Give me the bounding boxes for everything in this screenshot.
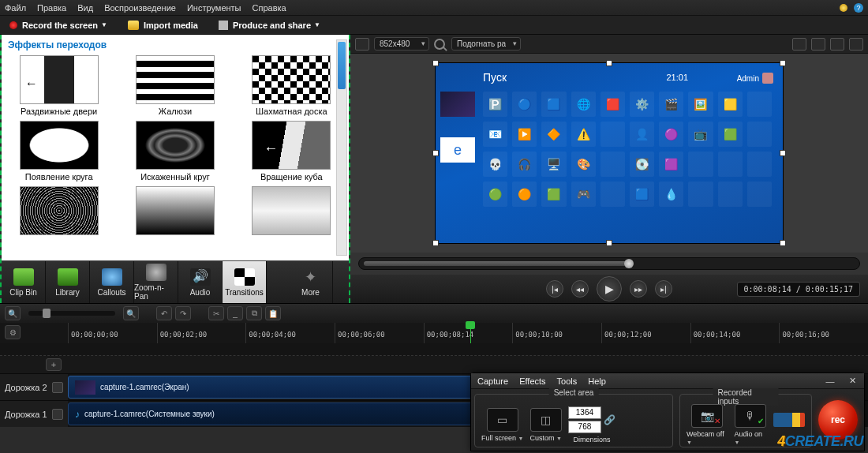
audio-clip[interactable]: ♪capture-1.camrec(Системные звуки) [68,402,510,425]
menu-edit[interactable]: Правка [37,3,66,13]
callouts-icon [102,268,122,286]
width-input[interactable] [568,406,601,419]
record-screen-button[interactable]: Record the screen▼ [5,19,112,32]
play-button[interactable]: ▶ [597,276,622,301]
preview-canvas[interactable]: e Пуск 21:01 Admin 🅿️🔵🟦🌐🟥⚙️🎬🖼️🟨📧▶️🔶⚠️👤🟣📺… [436,63,783,243]
ruler-tick: 00;00;14;00 [690,323,780,343]
start-tile: 🟩 [718,122,743,147]
start-tile: 🟨 [718,92,743,117]
start-tile: 🟦 [630,182,654,207]
menu-help[interactable]: Справка [253,3,286,13]
rewind-button[interactable]: ◂◂ [571,280,589,298]
height-input[interactable] [568,421,601,433]
recorded-inputs-label: Recorded inputs [713,388,779,406]
tab-audio[interactable]: Audio [178,261,223,303]
tip-icon[interactable] [840,4,847,12]
menu-playback[interactable]: Воспроизведение [104,3,176,13]
audio-toggle[interactable]: 🎙✔Audio on ▼ [735,404,767,446]
shrink-button[interactable] [355,38,369,51]
lock-icon[interactable] [52,409,63,420]
webcam-toggle[interactable]: 📷✕Webcam off ▼ [687,404,728,446]
video-clip[interactable]: capture-1.camrec(Экран) [68,376,510,399]
copy-button[interactable]: ⧉ [246,306,262,320]
start-tile: 🌐 [571,92,596,117]
transition-checkerboard[interactable]: Шахматная доска [241,55,342,116]
preview-seekbar[interactable] [358,257,860,270]
recorder-menu-capture[interactable]: Capture [477,376,508,386]
recorder-close-button[interactable]: ✕ [847,376,858,386]
forward-button[interactable]: ▸▸ [630,280,647,298]
split-button[interactable]: ⎯ [227,306,243,320]
crop-button[interactable] [792,38,806,51]
start-tile: ⚠️ [571,122,596,147]
transition-fade[interactable] [124,186,226,238]
lock-aspect-icon[interactable]: 🔗 [604,414,615,425]
transition-cube-rotate[interactable]: ←Вращение куба [241,121,342,182]
recorder-menu-effects[interactable]: Effects [519,376,545,386]
fullscreen-option[interactable]: ▭Full screen ▼ [481,408,523,442]
help-icon[interactable]: ? [854,3,863,13]
start-tile: 🔶 [541,122,566,147]
menu-tools[interactable]: Инструменты [187,3,241,13]
transition-circle-stretch[interactable]: Искаженный круг [124,121,226,182]
add-track-button[interactable]: + [46,358,62,371]
start-clock: 21:01 [666,73,688,82]
undo-button[interactable]: ↶ [156,306,172,320]
paste-button[interactable]: 📋 [265,306,281,320]
tab-zoom-pan[interactable]: Zoom-n-Pan [134,261,178,303]
transitions-scrollbar[interactable] [336,39,347,256]
zoom-slider[interactable] [28,311,115,316]
produce-share-button[interactable]: Produce and share▼ [214,19,325,32]
folder-icon [128,21,139,30]
import-media-button[interactable]: Import media [123,19,203,32]
tab-library[interactable]: Library [46,261,90,303]
menu-file[interactable]: Файл [5,3,26,13]
detach-button[interactable] [830,38,844,51]
custom-area-icon: ◫ [530,408,562,432]
left-pane: Эффекты переходов ←→Раздвижные двери Жал… [0,35,350,303]
ruler-tick: 00;00;00;00 [68,323,157,343]
transition-blinds[interactable]: Жалюзи [124,55,226,116]
start-tile: 🟩 [541,182,566,207]
transition-sliding-doors[interactable]: ←→Раздвижные двери [8,55,110,116]
recorder-menu-help[interactable]: Help [588,376,606,386]
tab-callouts[interactable]: Callouts [90,261,134,303]
ruler-tick: 00;00;16;00 [779,323,868,343]
resolution-dropdown[interactable]: 852x480 [374,37,429,51]
zoom-out-button[interactable]: 🔍 [5,306,21,320]
transition-circle-reveal[interactable]: Появление круга [8,121,110,182]
note-icon: ♪ [75,409,80,420]
transition-glow[interactable] [241,186,342,238]
timeline-settings-button[interactable]: ⚙ [5,325,21,339]
record-icon [9,21,17,29]
fullscreen-button[interactable] [849,38,863,51]
fit-dropdown[interactable]: Подогнать ра [451,37,521,51]
tab-more[interactable]: ✦More [289,261,333,303]
recorder-minimize-button[interactable]: — [825,376,836,386]
preview-toolbar: 852x480 Подогнать ра [350,35,868,54]
zoom-in-button[interactable]: 🔍 [123,306,139,320]
mic-icon: 🎙✔ [735,404,766,428]
zoom-icon [434,39,445,50]
redo-button[interactable]: ↷ [175,306,191,320]
timeline-toolbar: 🔍 🔍 ↶ ↷ ✂ ⎯ ⧉ 📋 [0,304,868,323]
custom-option[interactable]: ◫Custom ▼ [529,408,561,442]
marker-row[interactable] [0,343,868,356]
start-tile: 🟥 [600,92,625,117]
start-tile: 💽 [630,152,654,177]
start-tile: 🟢 [483,182,507,207]
prev-frame-button[interactable]: |◂ [546,280,563,298]
start-tile [688,182,713,207]
pan-button[interactable] [811,38,825,51]
tab-transitions[interactable]: Transitions [223,261,267,303]
zoom-icon [146,264,166,281]
lock-icon[interactable] [52,382,63,393]
recorder-menu-tools[interactable]: Tools [557,376,578,386]
menu-view[interactable]: Вид [77,3,93,13]
tab-clip-bin[interactable]: Clip Bin [2,261,46,303]
cut-button[interactable]: ✂ [208,306,224,320]
next-frame-button[interactable]: ▸| [655,280,672,298]
timeline-ruler[interactable]: ⚙ 00;00;00;00 00;00;02;00 00;00;04;00 00… [0,323,868,343]
track-2-label: Дорожка 2 [5,383,47,392]
transition-noise[interactable] [8,186,110,238]
